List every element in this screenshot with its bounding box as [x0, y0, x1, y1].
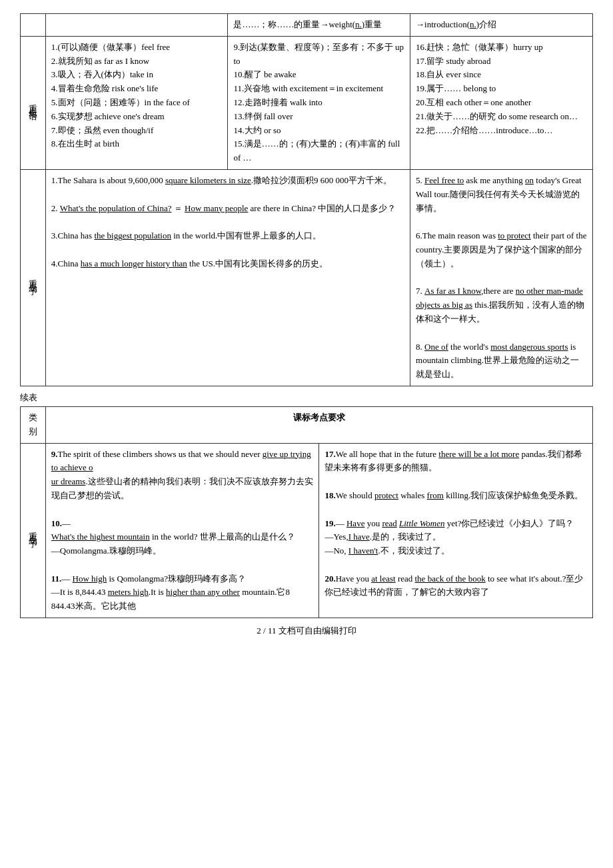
- bottom-header-row: 类别 课标考点要求: [21, 406, 593, 443]
- bottom-table: 类别 课标考点要求 重点句子 9.The spirit of these cli…: [20, 406, 593, 618]
- page-number: 2 / 11 文档可自由编辑打印: [20, 625, 593, 637]
- top-col2-text: 是……；称……的重量→weight(n.)重量: [228, 14, 410, 37]
- empty-cell2: [45, 14, 228, 37]
- phrases-col2: 9.到达(某数量、程度等)；至多有；不多于 up to 10.醒了 be awa…: [228, 36, 410, 169]
- page-container: 是……；称……的重量→weight(n.)重量 →introduction(n.…: [20, 13, 593, 637]
- top-table: 是……；称……的重量→weight(n.)重量 →introduction(n.…: [20, 13, 593, 386]
- empty-cell: [21, 14, 46, 37]
- bottom-sentences-category: 重点句子: [21, 443, 46, 618]
- bottom-main-header: 课标考点要求: [45, 406, 592, 443]
- phrases-row: 重点短语 1.(可以)随便（做某事）feel free 2.就我所知 as fa…: [21, 36, 593, 169]
- phrases-col1: 1.(可以)随便（做某事）feel free 2.就我所知 as far as …: [45, 36, 228, 169]
- top-col3-text: →introduction(n.)介绍: [410, 14, 593, 37]
- sentences-col12: 1.The Sahara is about 9,600,000 square k…: [45, 169, 410, 386]
- bottom-col2: 17.We all hope that in the future there …: [319, 443, 593, 618]
- xu-biao-label: 续表: [20, 392, 593, 404]
- sentences-col3: 5. Feel free to ask me anything on today…: [410, 169, 593, 386]
- phrases-category: 重点短语: [21, 36, 46, 169]
- bottom-category-header: 类别: [21, 406, 46, 443]
- bottom-col1: 9.The spirit of these climbers shows us …: [45, 443, 319, 618]
- top-partial-row: 是……；称……的重量→weight(n.)重量 →introduction(n.…: [21, 14, 593, 37]
- bottom-sentences-row: 重点句子 9.The spirit of these climbers show…: [21, 443, 593, 618]
- sentences-row: 重点句子 1.The Sahara is about 9,600,000 squ…: [21, 169, 593, 386]
- sentences-category: 重点句子: [21, 169, 46, 386]
- phrases-col3: 16.赶快；急忙（做某事）hurry up 17.留学 study abroad…: [410, 36, 593, 169]
